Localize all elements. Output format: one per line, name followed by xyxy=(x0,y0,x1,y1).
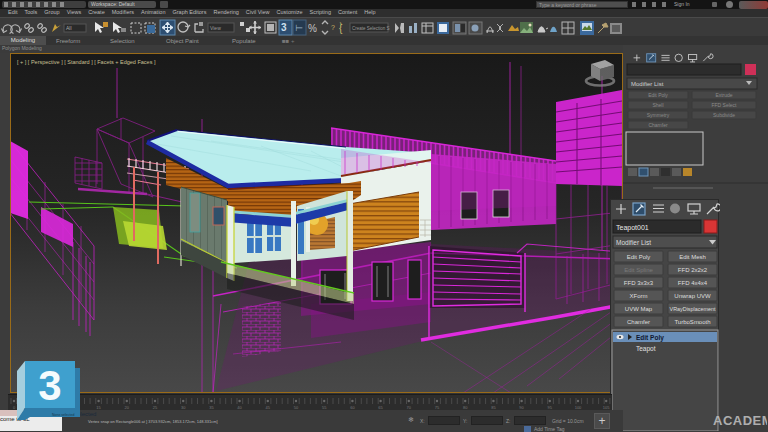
svg-text:FFD Select: FFD Select xyxy=(711,102,737,108)
svg-text:Subdivide: Subdivide xyxy=(713,112,735,118)
svg-text:All: All xyxy=(66,25,72,31)
svg-text:Chamfer: Chamfer xyxy=(648,122,668,128)
svg-text:Edit Spline: Edit Spline xyxy=(624,267,653,273)
svg-text:View: View xyxy=(210,25,221,31)
svg-text:Symmetry: Symmetry xyxy=(647,112,670,118)
svg-text:[ + ] [ Perspective ] [ Standa: [ + ] [ Perspective ] [ Standard ] [ Fac… xyxy=(17,59,156,65)
svg-text:Edit Poly: Edit Poly xyxy=(648,92,668,98)
svg-text:Edit Poly: Edit Poly xyxy=(627,254,651,260)
svg-text:None selected: None selected xyxy=(52,413,74,417)
svg-text:Edit Mesh: Edit Mesh xyxy=(679,254,706,260)
svg-text:Extrude: Extrude xyxy=(715,92,732,98)
svg-text:UVW Map: UVW Map xyxy=(625,306,653,312)
svg-text:VRayDisplacement: VRayDisplacement xyxy=(670,306,716,312)
svg-text:Teapot: Teapot xyxy=(636,345,656,353)
svg-text:{̀: {̀ xyxy=(339,22,343,34)
svg-text:Edit Poly: Edit Poly xyxy=(636,334,664,342)
svg-text:3: 3 xyxy=(38,362,61,409)
svg-text:?: ? xyxy=(331,24,335,31)
svg-text:Create Selection S: Create Selection S xyxy=(352,26,390,31)
svg-text:Modifier List: Modifier List xyxy=(616,239,651,246)
svg-text:3: 3 xyxy=(281,22,287,33)
svg-text:Teapot001: Teapot001 xyxy=(616,224,649,232)
svg-text:FFD 4x4x4: FFD 4x4x4 xyxy=(678,280,708,286)
svg-text:FFD 3x3x3: FFD 3x3x3 xyxy=(624,280,654,286)
svg-text:Shell: Shell xyxy=(652,102,663,108)
svg-text:Chamfer: Chamfer xyxy=(627,319,650,325)
svg-text:%: % xyxy=(308,23,317,34)
svg-text:FFD 2x2x2: FFD 2x2x2 xyxy=(678,267,708,273)
svg-text:Modifier List: Modifier List xyxy=(631,81,664,87)
svg-text:TurboSmooth: TurboSmooth xyxy=(674,319,710,325)
svg-text:⊢: ⊢ xyxy=(295,23,303,33)
svg-text:Unwrap UVW: Unwrap UVW xyxy=(674,293,711,299)
svg-text:XForm: XForm xyxy=(630,293,648,299)
